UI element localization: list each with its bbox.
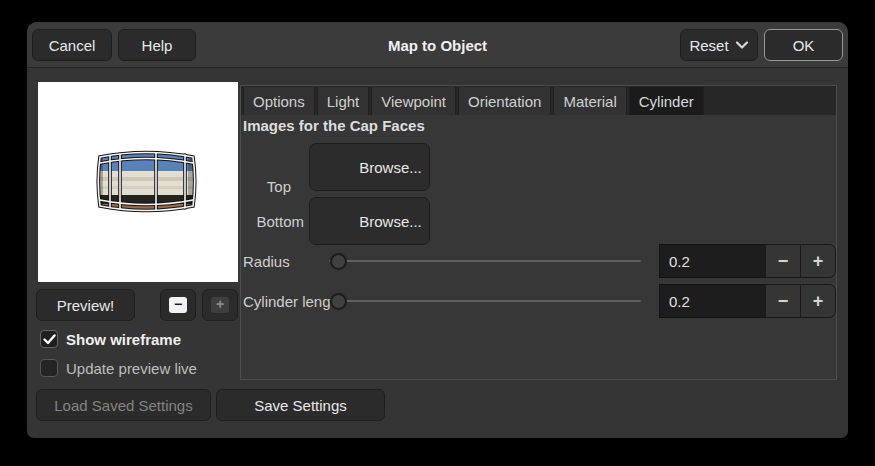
plus-icon: +	[813, 251, 824, 272]
ok-button[interactable]: OK	[764, 29, 843, 61]
checkmark-icon	[43, 334, 56, 345]
preview-canvas[interactable]	[38, 82, 238, 282]
update-preview-live-row: Update preview live	[40, 359, 197, 377]
tab-cylinder[interactable]: Cylinder	[629, 87, 704, 115]
tab-bar: Options Light Viewpoint Orientation Mate…	[241, 86, 836, 115]
tab-options[interactable]: Options	[243, 87, 315, 115]
map-to-object-dialog: Cancel Help Map to Object Reset OK	[27, 22, 848, 438]
load-saved-settings-label: Load Saved Settings	[54, 397, 192, 414]
tab-viewpoint[interactable]: Viewpoint	[371, 87, 456, 115]
radius-decrement-button[interactable]: −	[765, 244, 800, 278]
tab-material[interactable]: Material	[553, 87, 626, 115]
show-wireframe-label: Show wireframe	[66, 331, 181, 348]
cancel-button[interactable]: Cancel	[32, 29, 112, 61]
load-saved-settings-button[interactable]: Load Saved Settings	[36, 389, 211, 421]
bottom-label: Bottom	[241, 213, 304, 230]
cylinder-length-label: Cylinder length	[243, 293, 343, 310]
ok-button-label: OK	[793, 37, 815, 54]
help-button-label: Help	[142, 37, 173, 54]
radius-label: Radius	[243, 253, 290, 270]
browse-top-label: Browse...	[359, 159, 422, 176]
cylinder-length-decrement-button[interactable]: −	[765, 284, 800, 318]
cylinder-length-increment-button[interactable]: +	[800, 284, 836, 318]
settings-notebook: Options Light Viewpoint Orientation Mate…	[240, 85, 837, 380]
save-settings-label: Save Settings	[254, 397, 347, 414]
cap-faces-heading: Images for the Cap Faces	[243, 117, 425, 134]
cancel-button-label: Cancel	[49, 37, 96, 54]
cylinder-length-input[interactable]	[659, 284, 765, 318]
minus-icon: −	[778, 251, 789, 272]
cylinder-length-slider-handle[interactable]	[330, 293, 347, 310]
radius-increment-button[interactable]: +	[800, 244, 836, 278]
screen-background: Cancel Help Map to Object Reset OK	[0, 0, 875, 466]
radius-slider-handle[interactable]	[330, 253, 347, 270]
radius-input[interactable]	[659, 244, 765, 278]
help-button[interactable]: Help	[118, 29, 196, 61]
tab-light[interactable]: Light	[317, 87, 370, 115]
tab-orientation[interactable]: Orientation	[458, 87, 551, 115]
cylinder-preview-render	[38, 82, 238, 282]
radius-entry-group: − +	[659, 244, 836, 278]
preview-button[interactable]: Preview!	[36, 289, 135, 321]
reset-button[interactable]: Reset	[680, 29, 758, 61]
plus-icon: +	[813, 291, 824, 312]
browse-bottom-button[interactable]: Browse...	[309, 197, 430, 245]
reset-button-label: Reset	[689, 37, 728, 54]
zoom-in-icon: +	[211, 297, 229, 313]
radius-slider-track[interactable]	[329, 260, 641, 262]
show-wireframe-row: Show wireframe	[40, 330, 181, 348]
chevron-down-icon	[735, 38, 749, 52]
minus-icon: −	[778, 291, 789, 312]
zoom-out-button[interactable]: −	[160, 289, 196, 321]
zoom-in-button[interactable]: +	[202, 289, 238, 321]
save-settings-button[interactable]: Save Settings	[216, 389, 385, 421]
update-preview-live-label: Update preview live	[66, 360, 197, 377]
top-label: Top	[241, 178, 291, 195]
dialog-header: Cancel Help Map to Object Reset OK	[27, 22, 848, 68]
browse-bottom-label: Browse...	[359, 213, 422, 230]
cylinder-length-entry-group: − +	[659, 284, 836, 318]
update-preview-live-checkbox[interactable]	[40, 359, 58, 377]
preview-button-label: Preview!	[57, 297, 115, 314]
show-wireframe-checkbox[interactable]	[40, 330, 58, 348]
zoom-out-icon: −	[169, 297, 187, 313]
cylinder-length-slider-track[interactable]	[329, 300, 641, 302]
browse-top-button[interactable]: Browse...	[309, 143, 430, 191]
